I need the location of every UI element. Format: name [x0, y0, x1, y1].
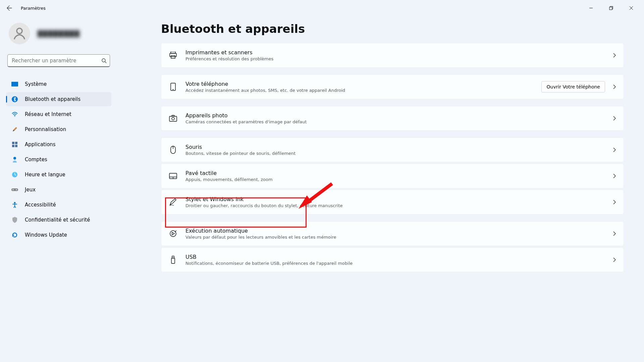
card-title: Stylet et Windows Ink	[185, 196, 605, 202]
sidebar-item-accessibility[interactable]: Accessibilité	[6, 198, 111, 212]
touchpad-icon	[169, 173, 177, 179]
card-title: Pavé tactile	[185, 170, 605, 176]
arrow-left-icon	[7, 5, 12, 11]
svg-line-4	[105, 62, 106, 63]
card-desc: Valeurs par défaut pour les lecteurs amo…	[185, 235, 605, 240]
svg-point-3	[102, 59, 105, 62]
back-button[interactable]	[3, 1, 16, 15]
card-desc: Caméras connectées et paramètres d'image…	[185, 119, 605, 124]
person-icon	[12, 26, 27, 41]
open-phone-button[interactable]: Ouvrir Votre téléphone	[541, 81, 605, 93]
window-title: Paramètres	[21, 6, 46, 11]
svg-point-2	[17, 28, 22, 34]
card-phone[interactable]: Votre téléphoneAccédez instantanément au…	[161, 74, 624, 99]
chevron-right-icon	[613, 257, 616, 262]
card-desc: Notifications, économiseur de batterie U…	[185, 261, 605, 266]
chevron-right-icon	[613, 53, 616, 58]
svg-rect-8	[12, 142, 14, 144]
chevron-right-icon	[613, 231, 616, 236]
card-desc: Accédez instantanément aux photos, SMS, …	[185, 88, 533, 93]
svg-rect-5	[11, 82, 18, 86]
sidebar-nav: Système Bluetooth et appareils Réseau et…	[6, 77, 111, 242]
sidebar-item-label: Applications	[25, 141, 56, 147]
minimize-button[interactable]	[581, 1, 601, 15]
accessibility-icon	[11, 202, 18, 208]
card-title: Exécution automatique	[185, 228, 605, 234]
card-touchpad[interactable]: Pavé tactileAppuis, mouvements, défileme…	[161, 164, 624, 188]
svg-rect-9	[15, 142, 17, 144]
pen-icon	[169, 198, 177, 206]
minimize-icon	[589, 6, 593, 10]
usb-icon	[169, 256, 177, 264]
chevron-right-icon	[613, 174, 616, 178]
sidebar-item-network[interactable]: Réseau et Internet	[6, 107, 111, 121]
chevron-right-icon	[613, 147, 616, 152]
clock-globe-icon	[11, 172, 18, 178]
close-icon	[629, 6, 633, 10]
svg-rect-11	[15, 145, 17, 147]
sidebar-item-personalization[interactable]: Personnalisation	[6, 122, 111, 136]
sidebar-item-label: Personnalisation	[25, 126, 66, 132]
account-header[interactable]: ████████	[6, 16, 111, 54]
shield-icon	[11, 217, 18, 223]
svg-point-24	[172, 117, 174, 120]
card-desc: Appuis, mouvements, défilement, zoom	[185, 177, 605, 182]
sidebar-item-label: Accessibilité	[25, 202, 56, 208]
svg-point-16	[16, 189, 17, 190]
close-button[interactable]	[621, 1, 641, 15]
display-icon	[11, 82, 18, 86]
camera-icon	[169, 115, 177, 122]
svg-point-7	[14, 116, 15, 117]
sidebar-item-update[interactable]: Windows Update	[6, 228, 111, 242]
svg-point-17	[14, 202, 16, 204]
svg-point-12	[13, 157, 16, 160]
card-desc: Droitier ou gaucher, raccourcis du bouto…	[185, 203, 605, 208]
card-usb[interactable]: USBNotifications, économiseur de batteri…	[161, 247, 624, 272]
card-title: Votre téléphone	[185, 81, 533, 87]
sidebar-item-bluetooth[interactable]: Bluetooth et appareils	[6, 92, 111, 106]
card-desc: Préférences et résolution des problèmes	[185, 56, 605, 61]
card-mouse[interactable]: SourisBoutons, vitesse de pointeur de so…	[161, 137, 624, 162]
card-title: Imprimantes et scanners	[185, 49, 605, 56]
search-icon[interactable]	[101, 58, 107, 63]
sidebar-item-privacy[interactable]: Confidentialité et sécurité	[6, 213, 111, 227]
sidebar-item-time[interactable]: Heure et langue	[6, 168, 111, 182]
svg-rect-10	[12, 145, 14, 147]
bluetooth-icon	[11, 96, 18, 102]
card-title: Souris	[185, 144, 605, 150]
card-title: Appareils photo	[185, 112, 605, 119]
sidebar-item-apps[interactable]: Applications	[6, 137, 111, 152]
sidebar-item-label: Réseau et Internet	[25, 111, 71, 117]
autoplay-icon	[169, 230, 177, 237]
account-name: ████████	[38, 30, 80, 37]
sidebar-item-label: Confidentialité et sécurité	[25, 217, 90, 223]
sidebar-item-system[interactable]: Système	[6, 77, 111, 91]
sidebar-item-label: Système	[25, 81, 47, 87]
svg-rect-23	[169, 116, 177, 121]
account-icon	[11, 157, 18, 163]
chevron-right-icon	[613, 116, 616, 121]
chevron-right-icon	[613, 84, 616, 89]
sidebar: ████████ Système Bluetooth et appareils …	[0, 16, 117, 362]
update-icon	[11, 232, 18, 238]
maximize-button[interactable]	[601, 1, 621, 15]
svg-rect-20	[171, 56, 175, 58]
svg-rect-19	[170, 53, 176, 57]
sidebar-item-gaming[interactable]: Jeux	[6, 183, 111, 197]
search-input[interactable]	[7, 54, 110, 67]
card-autoplay[interactable]: Exécution automatiqueValeurs par défaut …	[161, 221, 624, 246]
avatar	[9, 23, 30, 44]
wifi-icon	[11, 112, 18, 117]
svg-rect-32	[171, 258, 175, 263]
sidebar-item-label: Jeux	[25, 187, 36, 193]
printer-icon	[169, 52, 177, 59]
card-cameras[interactable]: Appareils photoCaméras connectées et par…	[161, 106, 624, 131]
svg-rect-18	[171, 52, 175, 53]
sidebar-item-accounts[interactable]: Comptes	[6, 153, 111, 167]
brush-icon	[11, 126, 18, 132]
card-printers[interactable]: Imprimantes et scannersPréférences et ré…	[161, 43, 624, 68]
maximize-icon	[609, 6, 613, 10]
sidebar-item-label: Comptes	[25, 157, 47, 163]
sidebar-item-label: Bluetooth et appareils	[25, 96, 80, 102]
card-pen[interactable]: Stylet et Windows InkDroitier ou gaucher…	[161, 190, 624, 215]
